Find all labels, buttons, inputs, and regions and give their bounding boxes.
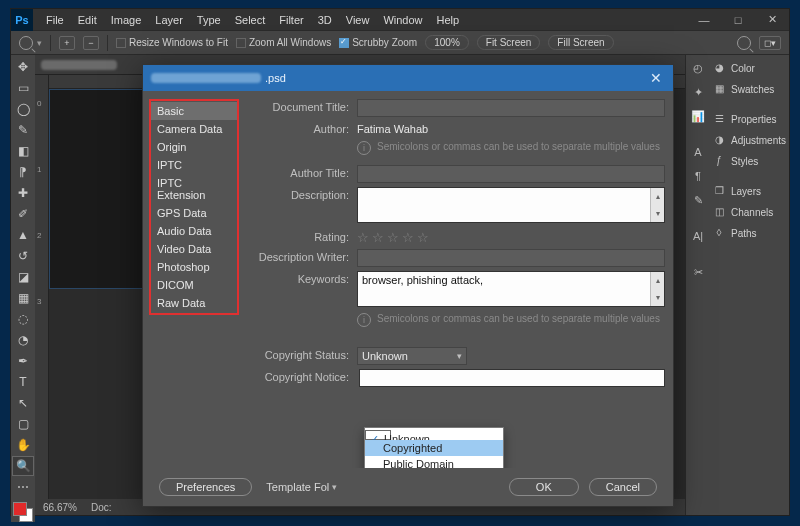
tool-dodge[interactable]: ◔ — [12, 330, 34, 350]
status-doc[interactable]: Doc: — [91, 502, 112, 513]
tool-eyedropper[interactable]: ⁋ — [12, 162, 34, 182]
category-video-data[interactable]: Video Data — [151, 240, 237, 258]
color-swatches[interactable] — [13, 502, 33, 522]
tool-pen[interactable]: ✒ — [12, 351, 34, 371]
menu-filter[interactable]: Filter — [272, 11, 310, 29]
document-tab[interactable] — [41, 60, 117, 70]
menu-select[interactable]: Select — [228, 11, 273, 29]
spin-up-icon[interactable]: ▴ — [650, 272, 664, 289]
dialog-titlebar[interactable]: .psd ✕ — [143, 65, 673, 91]
tool-quick-select[interactable]: ✎ — [12, 120, 34, 140]
tool-brush[interactable]: ✐ — [12, 204, 34, 224]
input-document-title[interactable] — [357, 99, 665, 117]
tool-move[interactable]: ✥ — [12, 57, 34, 77]
category-origin[interactable]: Origin — [151, 138, 237, 156]
category-dicom[interactable]: DICOM — [151, 276, 237, 294]
option-unknown[interactable]: Unknown — [365, 430, 391, 440]
template-folder-link[interactable]: Template Fol▾ — [266, 481, 337, 493]
zoom-out-button[interactable]: − — [83, 36, 99, 50]
tool-lasso[interactable]: ◯ — [12, 99, 34, 119]
menu-edit[interactable]: Edit — [71, 11, 104, 29]
character-panel-icon[interactable]: A — [689, 143, 707, 161]
tool-shape[interactable]: ▢ — [12, 414, 34, 434]
category-iptc-extension[interactable]: IPTC Extension — [151, 174, 237, 204]
cancel-button[interactable]: Cancel — [589, 478, 657, 496]
menu-3d[interactable]: 3D — [311, 11, 339, 29]
spin-down-icon[interactable]: ▾ — [650, 289, 664, 306]
preferences-button[interactable]: Preferences — [159, 478, 252, 496]
paragraph-panel-icon[interactable]: ¶ — [689, 167, 707, 185]
star-2[interactable]: ☆ — [372, 230, 384, 245]
textarea-description[interactable] — [358, 188, 650, 222]
category-photoshop[interactable]: Photoshop — [151, 258, 237, 276]
tool-type[interactable]: T — [12, 372, 34, 392]
zoom-all-checkbox[interactable]: Zoom All Windows — [236, 37, 331, 48]
search-icon[interactable] — [737, 36, 751, 50]
value-author[interactable]: Fatima Wahab — [357, 121, 665, 135]
panel-properties[interactable]: ☰Properties — [710, 110, 786, 128]
tool-zoom[interactable]: 🔍 — [12, 456, 34, 476]
tool-marquee[interactable]: ▭ — [12, 78, 34, 98]
scrubby-zoom-checkbox[interactable]: Scrubby Zoom — [339, 37, 417, 48]
fill-screen-button[interactable]: Fill Screen — [548, 35, 613, 50]
menu-help[interactable]: Help — [430, 11, 467, 29]
spin-down-icon[interactable]: ▾ — [650, 205, 664, 222]
input-description-writer[interactable] — [357, 249, 665, 267]
spin-up-icon[interactable]: ▴ — [650, 188, 664, 205]
tool-stamp[interactable]: ▲ — [12, 225, 34, 245]
tool-gradient[interactable]: ▦ — [12, 288, 34, 308]
tool-crop[interactable]: ◧ — [12, 141, 34, 161]
option-public-domain[interactable]: Public Domain — [365, 456, 503, 468]
menu-type[interactable]: Type — [190, 11, 228, 29]
tool-healing[interactable]: ✚ — [12, 183, 34, 203]
input-copyright-notice[interactable] — [359, 369, 665, 387]
window-close[interactable]: ✕ — [755, 9, 789, 31]
panel-layers[interactable]: ❒Layers — [710, 182, 786, 200]
tool-path[interactable]: ↖ — [12, 393, 34, 413]
input-author-title[interactable] — [357, 165, 665, 183]
menu-view[interactable]: View — [339, 11, 377, 29]
workspace-switcher[interactable]: ◻▾ — [759, 36, 781, 50]
ok-button[interactable]: OK — [509, 478, 579, 496]
tool-edit-toolbar[interactable]: ⋯ — [12, 477, 34, 497]
window-maximize[interactable]: □ — [721, 9, 755, 31]
status-zoom[interactable]: 66.67% — [43, 502, 77, 513]
category-basic[interactable]: Basic — [151, 102, 237, 120]
tool-hand[interactable]: ✋ — [12, 435, 34, 455]
brush-panel-icon[interactable]: ✎ — [689, 191, 707, 209]
menu-image[interactable]: Image — [104, 11, 149, 29]
star-5[interactable]: ☆ — [417, 230, 429, 245]
glyph-panel-icon[interactable]: A| — [689, 227, 707, 245]
window-minimize[interactable]: — — [687, 9, 721, 31]
panel-adjustments[interactable]: ◑Adjustments — [710, 131, 786, 149]
star-4[interactable]: ☆ — [402, 230, 414, 245]
tool-eraser[interactable]: ◪ — [12, 267, 34, 287]
panel-paths[interactable]: ◊Paths — [710, 224, 786, 242]
dialog-close-button[interactable]: ✕ — [647, 69, 665, 87]
actions-panel-icon[interactable]: ✂ — [689, 263, 707, 281]
zoom-100-button[interactable]: 100% — [425, 35, 469, 50]
textarea-keywords[interactable] — [358, 272, 650, 306]
foreground-color[interactable] — [13, 502, 27, 516]
category-camera-data[interactable]: Camera Data — [151, 120, 237, 138]
tool-history-brush[interactable]: ↺ — [12, 246, 34, 266]
category-raw-data[interactable]: Raw Data — [151, 294, 237, 312]
panel-styles[interactable]: ƒStyles — [710, 152, 786, 170]
option-copyrighted[interactable]: Copyrighted — [365, 440, 503, 456]
star-1[interactable]: ☆ — [357, 230, 369, 245]
history-panel-icon[interactable]: ◴ — [689, 59, 707, 77]
panel-color[interactable]: ◕Color — [710, 59, 786, 77]
panel-swatches[interactable]: ▦Swatches — [710, 80, 786, 98]
menu-window[interactable]: Window — [376, 11, 429, 29]
menu-file[interactable]: File — [39, 11, 71, 29]
tool-blur[interactable]: ◌ — [12, 309, 34, 329]
tool-preset-dropdown[interactable]: ▾ — [37, 38, 42, 48]
chart-icon[interactable]: 📊 — [689, 107, 707, 125]
menu-layer[interactable]: Layer — [148, 11, 190, 29]
zoom-in-button[interactable]: + — [59, 36, 75, 50]
category-iptc[interactable]: IPTC — [151, 156, 237, 174]
resize-windows-checkbox[interactable]: Resize Windows to Fit — [116, 37, 228, 48]
star-3[interactable]: ☆ — [387, 230, 399, 245]
panel-channels[interactable]: ◫Channels — [710, 203, 786, 221]
sparkle-icon[interactable]: ✦ — [689, 83, 707, 101]
